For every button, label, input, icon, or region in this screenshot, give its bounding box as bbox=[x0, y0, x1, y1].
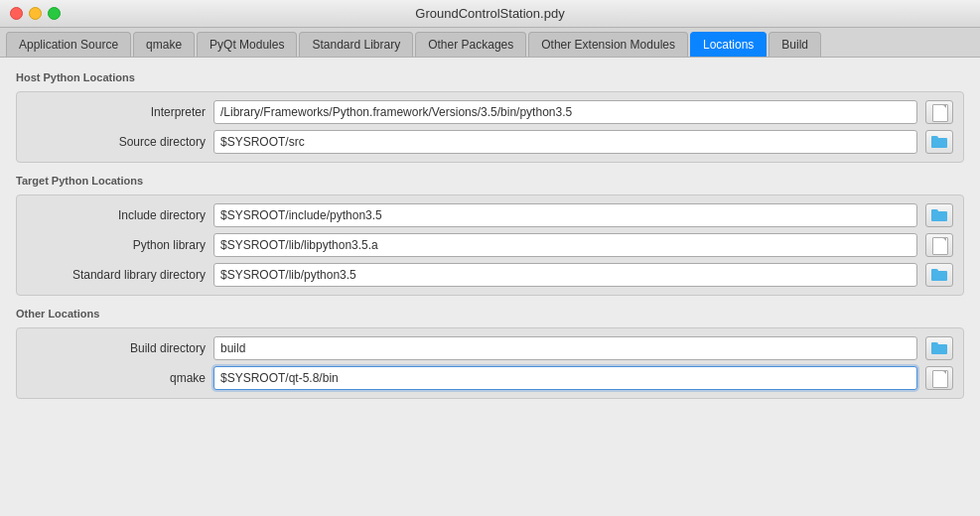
browse-btn-source-directory[interactable] bbox=[925, 130, 953, 154]
section-header: Other Locations bbox=[16, 304, 964, 322]
label-qmake-field: qmake bbox=[27, 371, 206, 385]
input-interpreter[interactable] bbox=[213, 100, 917, 124]
file-icon bbox=[932, 104, 946, 120]
field-row-build-directory: Build directory bbox=[27, 336, 953, 360]
section-target-python-locations: Target Python LocationsInclude directory… bbox=[16, 171, 964, 296]
input-python-library[interactable] bbox=[213, 233, 917, 257]
field-row-include-directory: Include directory bbox=[27, 203, 953, 227]
folder-icon bbox=[931, 136, 947, 148]
section-body: Build directoryqmake bbox=[16, 327, 964, 399]
file-icon bbox=[932, 237, 946, 253]
browse-btn-standard-library-directory[interactable] bbox=[925, 263, 953, 287]
field-row-python-library: Python library bbox=[27, 233, 953, 257]
tab-qmake[interactable]: qmake bbox=[133, 32, 195, 57]
input-build-directory[interactable] bbox=[213, 336, 917, 360]
minimize-button[interactable] bbox=[29, 7, 42, 20]
browse-btn-interpreter[interactable] bbox=[925, 100, 953, 124]
tab-application-source[interactable]: Application Source bbox=[6, 32, 131, 57]
content-area: Host Python LocationsInterpreterSource d… bbox=[0, 58, 980, 512]
folder-icon bbox=[931, 342, 947, 354]
label-interpreter: Interpreter bbox=[27, 105, 206, 119]
field-row-standard-library-directory: Standard library directory bbox=[27, 263, 953, 287]
label-include-directory: Include directory bbox=[27, 208, 206, 222]
tab-standard-library[interactable]: Standard Library bbox=[299, 32, 413, 57]
field-row-interpreter: Interpreter bbox=[27, 100, 953, 124]
browse-btn-include-directory[interactable] bbox=[925, 203, 953, 227]
field-row-qmake-field: qmake bbox=[27, 366, 953, 390]
close-button[interactable] bbox=[10, 7, 23, 20]
label-standard-library-directory: Standard library directory bbox=[27, 268, 206, 282]
input-source-directory[interactable] bbox=[213, 130, 917, 154]
input-standard-library-directory[interactable] bbox=[213, 263, 917, 287]
file-icon bbox=[932, 370, 946, 386]
tab-bar: Application SourceqmakePyQt ModulesStand… bbox=[0, 28, 980, 58]
title-bar: GroundControlStation.pdy bbox=[0, 0, 980, 28]
section-header: Host Python Locations bbox=[16, 67, 964, 85]
tab-build[interactable]: Build bbox=[769, 32, 821, 57]
input-include-directory[interactable] bbox=[213, 203, 917, 227]
browse-btn-qmake-field[interactable] bbox=[925, 366, 953, 390]
section-body: InterpreterSource directory bbox=[16, 91, 964, 163]
section-body: Include directoryPython libraryStandard … bbox=[16, 194, 964, 296]
maximize-button[interactable] bbox=[48, 7, 61, 20]
tab-pyqt-modules[interactable]: PyQt Modules bbox=[197, 32, 297, 57]
input-qmake-field[interactable] bbox=[213, 366, 917, 390]
folder-icon bbox=[931, 269, 947, 281]
label-build-directory: Build directory bbox=[27, 341, 206, 355]
tab-locations[interactable]: Locations bbox=[690, 32, 767, 57]
label-source-directory: Source directory bbox=[27, 135, 206, 149]
field-row-source-directory: Source directory bbox=[27, 130, 953, 154]
browse-btn-python-library[interactable] bbox=[925, 233, 953, 257]
section-other-locations: Other LocationsBuild directoryqmake bbox=[16, 304, 964, 399]
browse-btn-build-directory[interactable] bbox=[925, 336, 953, 360]
window-controls bbox=[10, 7, 61, 20]
label-python-library: Python library bbox=[27, 238, 206, 252]
section-host-python-locations: Host Python LocationsInterpreterSource d… bbox=[16, 67, 964, 163]
section-header: Target Python Locations bbox=[16, 171, 964, 189]
window-title: GroundControlStation.pdy bbox=[415, 6, 564, 21]
folder-icon bbox=[931, 209, 947, 221]
tab-other-extension-modules[interactable]: Other Extension Modules bbox=[528, 32, 688, 57]
tab-other-packages[interactable]: Other Packages bbox=[415, 32, 526, 57]
